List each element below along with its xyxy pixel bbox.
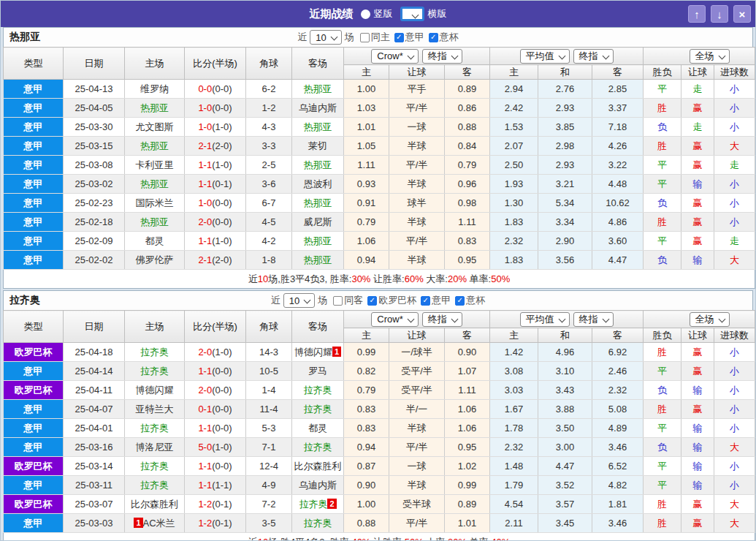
away-team[interactable]: 乌迪内斯 — [299, 102, 337, 113]
recent-count-select[interactable]: 10 — [310, 30, 341, 45]
recent-count-select[interactable]: 10 — [283, 293, 315, 308]
checkbox-checked-icon[interactable]: ✓ — [421, 296, 430, 306]
radio-selected-icon[interactable] — [400, 7, 424, 21]
away-team[interactable]: 博德闪耀 — [294, 347, 332, 357]
handicap: 半球 — [389, 251, 445, 270]
away-team[interactable]: 拉齐奥 — [304, 518, 332, 529]
score-cell: 2-0(1-0) — [185, 343, 246, 362]
away-team-cell: 拉齐奥 — [292, 381, 344, 400]
score-cell: 1-1(0-1) — [185, 175, 246, 194]
home-team-cell: 维罗纳 — [125, 80, 185, 99]
result-goals: 小 — [714, 457, 755, 476]
home-team[interactable]: 博德闪耀 — [136, 385, 174, 396]
avg-away-odds: 6.92 — [592, 343, 644, 362]
final-odds-select-2[interactable]: 终指 — [573, 49, 614, 64]
filter-league-checkbox-1[interactable]: ✓意杯 — [429, 31, 459, 44]
checkbox-checked-icon[interactable]: ✓ — [429, 33, 438, 42]
home-team[interactable]: 拉齐奥 — [140, 423, 169, 434]
home-team[interactable]: 热那亚 — [140, 140, 169, 151]
checkbox-unchecked-icon[interactable] — [333, 296, 343, 306]
home-team[interactable]: 热那亚 — [140, 102, 169, 113]
away-team[interactable]: 乌迪内斯 — [299, 480, 337, 491]
result-goals: 小 — [714, 80, 755, 99]
away-team[interactable]: 热那亚 — [304, 159, 332, 170]
away-odds: 0.84 — [445, 137, 490, 156]
home-team[interactable]: 佛罗伦萨 — [136, 254, 174, 265]
filter-league-checkbox-0[interactable]: ✓意甲 — [394, 31, 424, 44]
away-team[interactable]: 比尔森胜利 — [294, 461, 342, 472]
away-team[interactable]: 威尼斯 — [304, 216, 332, 227]
away-team[interactable]: 莱切 — [308, 140, 327, 151]
full-match-select[interactable]: 全场 — [690, 312, 730, 327]
filter-league-checkbox-0[interactable]: ✓欧罗巴杯 — [367, 294, 416, 307]
radio-vertical-layout[interactable]: 竖版 — [361, 7, 393, 20]
home-team[interactable]: 拉齐奥 — [140, 366, 169, 377]
final-odds-select[interactable]: 终指 — [422, 49, 462, 64]
away-team[interactable]: 拉齐奥 — [299, 499, 327, 510]
home-team[interactable]: 热那亚 — [140, 216, 169, 227]
col-header-odds-away: 客 — [445, 65, 490, 80]
full-time-score: 1-1 — [198, 461, 212, 472]
home-team[interactable]: 比尔森胜利 — [131, 499, 178, 510]
match-type: 意甲 — [4, 213, 64, 232]
odds-source-select[interactable]: Crow* — [371, 312, 418, 327]
result-goals: 大 — [714, 495, 755, 514]
half-time-score: (0-0) — [212, 461, 232, 472]
full-match-select[interactable]: 全场 — [690, 49, 730, 64]
move-down-button[interactable]: ↓ — [711, 5, 728, 23]
average-select[interactable]: 平均值 — [520, 49, 570, 64]
filter-same-venue-checkbox[interactable]: 同客 — [333, 294, 363, 307]
home-team[interactable]: 维罗纳 — [140, 83, 169, 94]
away-team[interactable]: 都灵 — [308, 423, 327, 434]
home-team[interactable]: 国际米兰 — [136, 197, 174, 208]
checkbox-checked-icon[interactable]: ✓ — [394, 33, 404, 42]
home-team[interactable]: 拉齐奥 — [140, 480, 169, 491]
away-team[interactable]: 热那亚 — [304, 254, 332, 265]
odds-source-select[interactable]: Crow* — [371, 49, 418, 64]
avg-draw-odds: 3.21 — [538, 175, 592, 194]
away-team[interactable]: 拉齐奥 — [304, 404, 332, 415]
home-team-cell: 热那亚 — [125, 213, 185, 232]
home-team[interactable]: 都灵 — [145, 235, 164, 246]
home-team[interactable]: AC米兰 — [143, 518, 175, 529]
radio-horizontal-layout[interactable]: 横版 — [400, 7, 447, 21]
home-team[interactable]: 拉齐奥 — [140, 461, 169, 472]
average-select[interactable]: 平均值 — [520, 312, 570, 327]
away-odds: 0.95 — [445, 251, 490, 270]
score-cell: 2-1(2-0) — [185, 251, 246, 270]
home-team[interactable]: 拉齐奥 — [140, 347, 169, 357]
away-team[interactable]: 罗马 — [308, 366, 327, 377]
home-team[interactable]: 尤文图斯 — [136, 121, 174, 132]
filter-games-label: 场 — [345, 31, 354, 44]
close-button[interactable]: × — [733, 5, 751, 23]
checkbox-checked-icon[interactable]: ✓ — [367, 296, 377, 306]
filter-league-checkbox-2[interactable]: ✓意杯 — [455, 294, 485, 307]
final-odds-select-2[interactable]: 终指 — [573, 312, 614, 327]
home-team[interactable]: 博洛尼亚 — [136, 442, 174, 453]
away-team[interactable]: 热那亚 — [304, 235, 332, 246]
away-team[interactable]: 拉齐奥 — [304, 442, 332, 453]
filter-same-venue-checkbox[interactable]: 同主 — [360, 31, 390, 44]
filter-league-checkbox-1[interactable]: ✓意甲 — [421, 294, 451, 307]
radio-unselected-icon[interactable] — [361, 10, 370, 19]
home-team[interactable]: 卡利亚里 — [136, 159, 174, 170]
checkbox-checked-icon[interactable]: ✓ — [455, 296, 465, 306]
col-header-odds-home: 主 — [344, 65, 389, 80]
match-date: 25-04-11 — [64, 381, 125, 400]
away-team[interactable]: 热那亚 — [304, 121, 332, 132]
avg-home-odds: 2.42 — [490, 99, 538, 118]
full-time-score: 0-0 — [198, 83, 212, 94]
final-odds-select[interactable]: 终指 — [422, 312, 462, 327]
checkbox-unchecked-icon[interactable] — [360, 33, 370, 42]
move-up-button[interactable]: ↑ — [688, 5, 706, 23]
corner-score: 4-3 — [246, 118, 292, 137]
match-date: 25-03-30 — [64, 118, 125, 137]
away-team[interactable]: 热那亚 — [304, 197, 332, 208]
away-team[interactable]: 恩波利 — [304, 178, 332, 189]
corner-score: 4-2 — [246, 232, 292, 251]
away-team[interactable]: 拉齐奥 — [304, 385, 332, 396]
avg-away-odds: 4.26 — [592, 137, 644, 156]
away-team[interactable]: 热那亚 — [304, 83, 332, 94]
home-team[interactable]: 亚特兰大 — [136, 404, 174, 415]
home-team[interactable]: 热那亚 — [140, 178, 169, 189]
